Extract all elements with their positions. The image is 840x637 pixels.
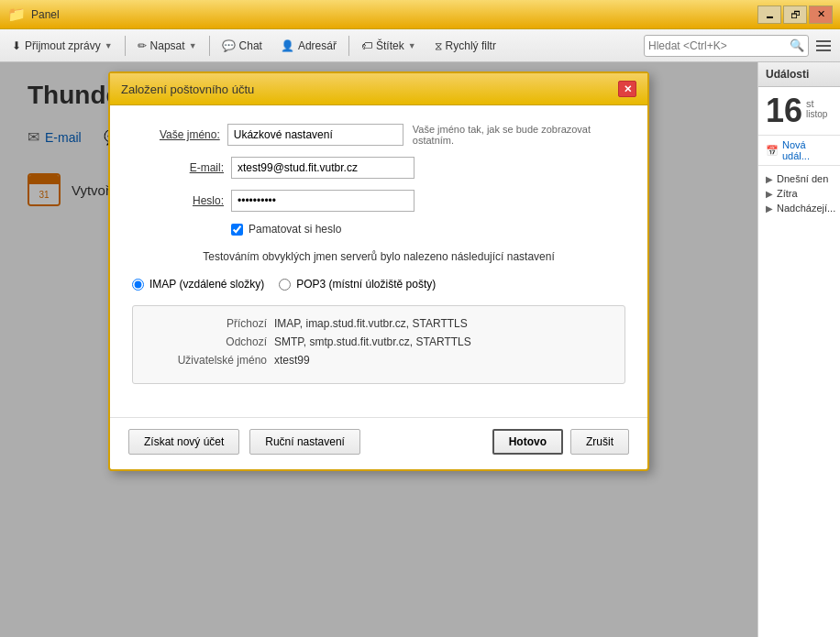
today-label: Dnešní den <box>777 173 828 184</box>
name-label-text: Vaše jméno: <box>160 128 220 141</box>
cancel-button[interactable]: Zrušit <box>570 429 629 455</box>
password-label: Heslo: <box>132 194 224 207</box>
password-label-text: Heslo: <box>193 194 224 207</box>
arrow-icon-upcoming: ▶ <box>766 203 773 214</box>
compose-button[interactable]: ✏ Napsat ▼ <box>129 33 205 59</box>
compose-arrow-icon: ▼ <box>189 41 197 50</box>
separator-3 <box>348 36 349 56</box>
compose-icon: ✏ <box>138 39 147 52</box>
close-button[interactable]: ✕ <box>809 5 833 24</box>
address-icon: 👤 <box>281 39 294 52</box>
filter-icon: ⧖ <box>435 39 442 52</box>
done-button[interactable]: Hotovo <box>492 429 563 455</box>
account-setup-modal: Založení poštovního účtu ✕ Vaše jméno: V… <box>108 71 649 471</box>
outgoing-label: Odchozí <box>148 335 267 348</box>
outgoing-value: SMTP, smtp.stud.fit.vutbr.cz, STARTTLS <box>274 335 471 348</box>
imap-option[interactable]: IMAP (vzdálené složky) <box>132 278 264 291</box>
calendar-item-tomorrow: ▶ Zítra <box>766 186 833 201</box>
outgoing-row: Odchozí SMTP, smtp.stud.fit.vutbr.cz, ST… <box>148 335 610 348</box>
separator-1 <box>125 36 126 56</box>
manual-settings-button[interactable]: Ruční nastavení <box>249 429 360 455</box>
name-row: Vaše jméno: Vaše jméno tak, jak se bude … <box>132 124 625 146</box>
receive-button[interactable]: ⬇ Přijmout zprávy ▼ <box>4 33 121 59</box>
date-number: 16 <box>766 94 802 127</box>
password-row: Heslo: <box>132 190 625 212</box>
incoming-label: Příchozí <box>148 317 267 330</box>
upcoming-label: Nadcházejí... <box>777 203 835 214</box>
pop3-option[interactable]: POP3 (místní úložiště pošty) <box>279 278 436 291</box>
receive-label: Přijmout zprávy <box>25 39 101 52</box>
server-info-box: Příchozí IMAP, imap.stud.fit.vutbr.cz, S… <box>132 305 625 384</box>
tomorrow-label: Zítra <box>777 188 798 199</box>
calendar-add-icon: 📅 <box>766 145 779 157</box>
modal-title: Založení poštovního účtu <box>121 82 254 96</box>
incoming-value: IMAP, imap.stud.fit.vutbr.cz, STARTTLS <box>274 317 468 330</box>
arrow-icon-tomorrow: ▶ <box>766 189 773 199</box>
menu-line-3 <box>816 49 831 51</box>
username-label: Uživatelské jméno <box>148 354 267 367</box>
server-type-row: IMAP (vzdálené složky) POP3 (místní úlož… <box>132 278 625 291</box>
email-label: E-mail: <box>132 161 224 174</box>
menu-line-2 <box>816 45 831 47</box>
chat-button[interactable]: 💬 Chat <box>214 33 271 59</box>
download-icon: ⬇ <box>12 39 21 52</box>
name-input[interactable] <box>227 124 403 146</box>
address-button[interactable]: 👤 Adresář <box>272 33 345 59</box>
date-block: 16 st listop <box>758 87 840 136</box>
separator-2 <box>209 36 210 56</box>
title-bar-icon: 📁 <box>7 5 26 23</box>
main-layout: Thunderbird ✉ E-mail 💬 Chat 👥 Diskusní s… <box>0 62 840 637</box>
email-input[interactable] <box>231 157 414 179</box>
new-event-button[interactable]: 📅 Nová udál... <box>758 136 840 166</box>
tag-arrow-icon: ▼ <box>408 41 416 50</box>
receive-arrow-icon: ▼ <box>105 41 113 50</box>
modal-header: Založení poštovního účtu ✕ <box>110 73 647 105</box>
email-row: E-mail: <box>132 157 625 179</box>
email-label-text: E-mail: <box>190 161 224 174</box>
restore-button[interactable]: 🗗 <box>783 5 807 24</box>
date-month: listop <box>806 109 827 119</box>
address-label: Adresář <box>298 39 337 52</box>
pop3-radio[interactable] <box>279 279 291 291</box>
footer-left: Získat nový účet Ruční nastavení <box>128 429 360 455</box>
right-panel: Události 16 st listop 📅 Nová udál... ▶ D… <box>757 62 840 637</box>
username-row: Uživatelské jméno xtest99 <box>148 354 610 367</box>
tag-icon: 🏷 <box>361 39 372 52</box>
detection-text: Testováním obvyklých jmen serverů bylo n… <box>132 250 625 263</box>
modal-footer: Získat nový účet Ruční nastavení Hotovo … <box>110 417 647 469</box>
remember-label: Pamatovat si heslo <box>249 223 341 236</box>
title-bar-title: Panel <box>31 8 60 21</box>
title-bar: 📁 Panel 🗕 🗗 ✕ <box>0 0 840 29</box>
arrow-icon-today: ▶ <box>766 174 773 184</box>
incoming-row: Příchozí IMAP, imap.stud.fit.vutbr.cz, S… <box>148 317 610 330</box>
search-input[interactable] <box>648 39 790 52</box>
calendar-section: ▶ Dnešní den ▶ Zítra ▶ Nadcházejí... <box>758 166 840 221</box>
password-input[interactable] <box>231 190 414 212</box>
new-event-label: Nová udál... <box>782 139 833 161</box>
name-hint: Vaše jméno tak, jak se bude zobrazovat o… <box>413 124 625 146</box>
minimize-button[interactable]: 🗕 <box>757 5 781 24</box>
chat-label: Chat <box>239 39 262 52</box>
app-menu-button[interactable] <box>811 33 836 59</box>
left-content: Thunderbird ✉ E-mail 💬 Chat 👥 Diskusní s… <box>0 62 757 637</box>
get-account-button[interactable]: Získat nový účet <box>128 429 239 455</box>
compose-label: Napsat <box>150 39 185 52</box>
window-controls: 🗕 🗗 ✕ <box>757 5 833 24</box>
remember-row: Pamatovat si heslo <box>231 223 625 236</box>
imap-radio[interactable] <box>132 279 144 291</box>
events-header: Události <box>758 62 840 87</box>
chat-icon: 💬 <box>222 39 236 52</box>
tag-button[interactable]: 🏷 Štítek ▼ <box>353 33 425 59</box>
modal-close-button[interactable]: ✕ <box>618 81 636 97</box>
remember-checkbox[interactable] <box>231 224 243 236</box>
calendar-item-upcoming: ▶ Nadcházejí... <box>766 201 833 215</box>
menu-line-1 <box>816 40 831 42</box>
date-info: st listop <box>806 94 827 119</box>
filter-button[interactable]: ⧖ Rychlý filtr <box>426 33 504 59</box>
search-icon: 🔍 <box>790 38 804 52</box>
pop3-label: POP3 (místní úložiště pošty) <box>296 278 436 291</box>
filter-label: Rychlý filtr <box>446 39 496 52</box>
modal-overlay: Založení poštovního účtu ✕ Vaše jméno: V… <box>0 62 757 637</box>
calendar-item-today: ▶ Dnešní den <box>766 171 833 186</box>
search-box[interactable]: 🔍 <box>644 35 809 57</box>
